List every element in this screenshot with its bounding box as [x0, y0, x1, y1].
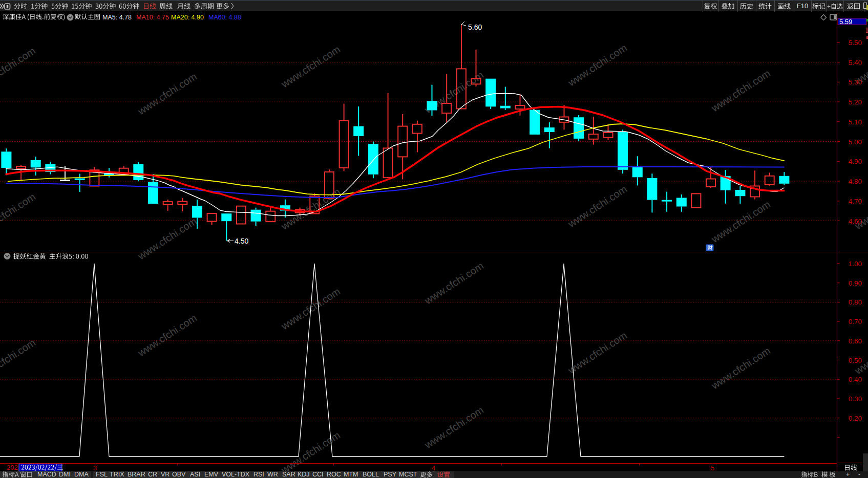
svg-text:www.cfchi.com: www.cfchi.com: [0, 337, 37, 383]
svg-text:1.00: 1.00: [849, 260, 862, 268]
svg-text:www.cfchi.com: www.cfchi.com: [709, 199, 772, 245]
svg-text:4.80: 4.80: [849, 178, 862, 185]
svg-text:5.00: 5.00: [849, 138, 862, 146]
svg-text:www.cfchi.com: www.cfchi.com: [279, 44, 342, 90]
svg-text:www.cfchi.com: www.cfchi.com: [565, 42, 629, 89]
svg-text:0.30: 0.30: [849, 395, 862, 403]
svg-text:0.80: 0.80: [849, 298, 862, 306]
svg-text:5.10: 5.10: [849, 118, 862, 126]
svg-text:0.90: 0.90: [849, 279, 862, 287]
svg-text:0.60: 0.60: [849, 337, 862, 345]
svg-text:4.90: 4.90: [849, 158, 862, 165]
svg-text:5: 5: [711, 464, 714, 472]
svg-text:0.20: 0.20: [849, 415, 862, 422]
svg-text:202: 202: [7, 464, 18, 471]
svg-text:4.60: 4.60: [849, 218, 862, 225]
svg-text:www.cfchi.com: www.cfchi.com: [709, 345, 772, 392]
svg-text:4.50: 4.50: [235, 237, 248, 245]
svg-text:5.60: 5.60: [468, 23, 482, 31]
svg-text:4.70: 4.70: [849, 198, 862, 205]
svg-text:5.50: 5.50: [849, 39, 862, 47]
svg-text:www.cfchi.com: www.cfchi.com: [135, 71, 199, 117]
svg-text:0.40: 0.40: [849, 376, 862, 383]
svg-text:www.cfchi.com: www.cfchi.com: [422, 404, 485, 451]
svg-text:4: 4: [432, 464, 435, 472]
svg-text:www.cfchi.com: www.cfchi.com: [565, 330, 629, 376]
svg-text:5.30: 5.30: [849, 78, 862, 86]
svg-text:0.50: 0.50: [849, 357, 862, 364]
svg-text:www.cfchi.com: www.cfchi.com: [0, 191, 37, 237]
svg-text:www.cfchi.com: www.cfchi.com: [422, 260, 485, 307]
svg-text:www.cfchi.com: www.cfchi.com: [0, 45, 37, 92]
svg-text:www.cfchi.com: www.cfchi.com: [565, 183, 629, 230]
svg-text:www.cfchi.com: www.cfchi.com: [279, 429, 342, 476]
svg-text:5.20: 5.20: [849, 98, 862, 106]
svg-text:www.cfchi.com: www.cfchi.com: [135, 312, 199, 359]
svg-text:www.cfchi.com: www.cfchi.com: [709, 68, 772, 114]
svg-text:0.70: 0.70: [849, 318, 862, 325]
svg-text:5.40: 5.40: [849, 59, 862, 67]
svg-text:www.cfchi.com: www.cfchi.com: [135, 215, 199, 262]
